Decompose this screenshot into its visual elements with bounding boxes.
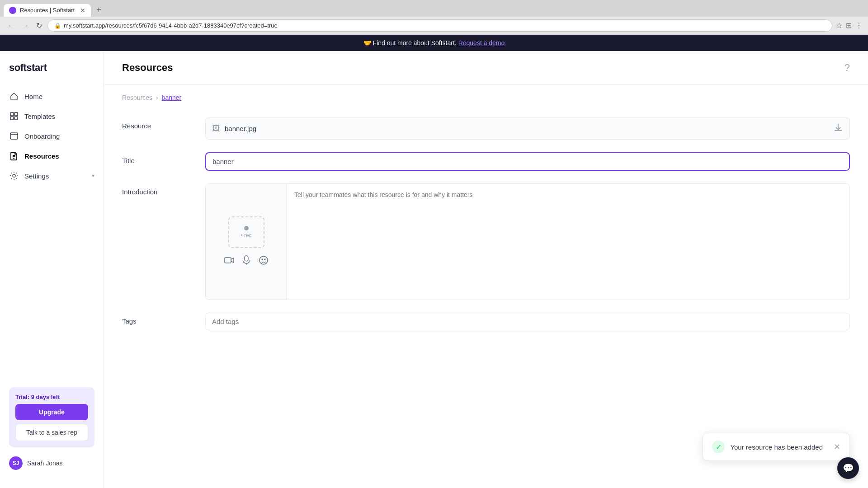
microphone-button[interactable] bbox=[241, 255, 251, 267]
home-icon bbox=[9, 91, 19, 101]
camera-button[interactable] bbox=[224, 255, 234, 267]
banner-emoji: 🤝 bbox=[363, 39, 371, 47]
face-button[interactable] bbox=[259, 255, 269, 267]
tab-title: Resources | Softstart bbox=[20, 7, 75, 14]
onboarding-label: Onboarding bbox=[24, 132, 60, 140]
lock-icon: 🔒 bbox=[54, 23, 61, 29]
title-label: Title bbox=[122, 152, 194, 164]
svg-rect-1 bbox=[14, 113, 18, 116]
svg-point-9 bbox=[262, 259, 263, 260]
svg-rect-7 bbox=[245, 256, 248, 261]
trial-text: Trial: 9 days left bbox=[15, 394, 88, 400]
title-row: Title bbox=[122, 152, 850, 171]
page-header: Resources ? bbox=[104, 51, 868, 85]
resource-field: 🖼 banner.jpg bbox=[205, 117, 850, 140]
rec-label: • rec bbox=[241, 232, 251, 239]
request-demo-link[interactable]: Request a demo bbox=[458, 39, 505, 47]
sidebar-item-home[interactable]: Home bbox=[0, 86, 104, 106]
tags-input[interactable] bbox=[205, 313, 850, 330]
svg-rect-4 bbox=[10, 133, 18, 139]
video-controls bbox=[224, 255, 269, 267]
browser-tab-active[interactable]: Resources | Softstart ✕ bbox=[4, 4, 91, 17]
breadcrumb-separator: › bbox=[156, 94, 158, 101]
banner-text: Find out more about Softstart. bbox=[373, 39, 457, 47]
intro-area: • rec bbox=[205, 183, 850, 300]
introduction-control: • rec bbox=[205, 183, 850, 300]
tags-control bbox=[205, 313, 850, 330]
svg-rect-3 bbox=[14, 117, 18, 120]
resource-control: 🖼 banner.jpg bbox=[205, 117, 850, 140]
logo-text: softstart bbox=[9, 62, 47, 73]
sidebar-bottom: Trial: 9 days left Upgrade Talk to a sal… bbox=[0, 380, 104, 477]
browser-tab-bar: Resources | Softstart ✕ + bbox=[0, 0, 868, 17]
toast-success-icon: ✓ bbox=[712, 441, 725, 453]
top-banner: 🤝 Find out more about Softstart. Request… bbox=[0, 35, 868, 51]
toast-message: Your resource has been added bbox=[730, 443, 823, 451]
browser-address-bar: ← → ↻ 🔒 my.softstart.app/resources/fc5f6… bbox=[0, 17, 868, 34]
rec-frame[interactable]: • rec bbox=[228, 216, 264, 248]
browser-chrome: Resources | Softstart ✕ + ← → ↻ 🔒 my.sof… bbox=[0, 0, 868, 35]
main-content: Resources ? Resources › banner Resource … bbox=[104, 51, 868, 488]
bookmark-button[interactable]: ☆ bbox=[836, 21, 842, 30]
resources-label: Resources bbox=[24, 152, 59, 160]
tab-close-button[interactable]: ✕ bbox=[80, 7, 85, 14]
svg-rect-2 bbox=[10, 117, 14, 120]
sidebar-item-resources[interactable]: Resources bbox=[0, 146, 104, 166]
avatar: SJ bbox=[9, 456, 23, 470]
browser-actions: ☆ ⊞ ⋮ bbox=[836, 21, 863, 30]
resource-row: Resource 🖼 banner.jpg bbox=[122, 117, 850, 140]
introduction-textarea[interactable] bbox=[294, 191, 842, 291]
url-text: my.softstart.app/resources/fc5f67d6-9414… bbox=[64, 22, 278, 29]
user-info: SJ Sarah Jonas bbox=[9, 453, 94, 470]
settings-chevron-icon: ▾ bbox=[92, 173, 94, 179]
back-button[interactable]: ← bbox=[5, 20, 16, 32]
settings-label: Settings bbox=[24, 172, 49, 180]
templates-icon bbox=[9, 111, 19, 121]
title-input[interactable] bbox=[205, 152, 850, 171]
svg-rect-6 bbox=[225, 258, 231, 263]
introduction-row: Introduction • rec bbox=[122, 183, 850, 300]
breadcrumb-current: banner bbox=[162, 94, 182, 101]
form-container: Resource 🖼 banner.jpg bbox=[104, 108, 868, 361]
chat-icon: 💬 bbox=[843, 463, 854, 474]
home-label: Home bbox=[24, 93, 42, 100]
rec-dot-icon bbox=[244, 226, 249, 230]
refresh-button[interactable]: ↻ bbox=[34, 19, 44, 32]
title-control bbox=[205, 152, 850, 171]
svg-rect-0 bbox=[10, 113, 14, 116]
download-button[interactable] bbox=[833, 122, 843, 135]
help-button[interactable]: ? bbox=[844, 62, 850, 74]
sidebar-item-settings[interactable]: Settings ▾ bbox=[0, 166, 104, 186]
onboarding-icon bbox=[9, 131, 19, 141]
sidebar-item-templates[interactable]: Templates bbox=[0, 106, 104, 126]
toast-notification: ✓ Your resource has been added ✕ bbox=[703, 433, 850, 461]
forward-button[interactable]: → bbox=[20, 20, 31, 32]
new-tab-button[interactable]: + bbox=[93, 4, 105, 17]
chat-widget-button[interactable]: 💬 bbox=[837, 457, 859, 479]
user-name: Sarah Jonas bbox=[27, 460, 63, 467]
upgrade-button[interactable]: Upgrade bbox=[15, 404, 88, 420]
sidebar-logo: softstart bbox=[0, 62, 104, 86]
tags-row: Tags bbox=[122, 313, 850, 330]
introduction-label: Introduction bbox=[122, 183, 194, 196]
tab-favicon bbox=[9, 7, 16, 14]
svg-point-10 bbox=[264, 259, 265, 260]
file-name: banner.jpg bbox=[225, 125, 829, 132]
sales-rep-button[interactable]: Talk to a sales rep bbox=[15, 424, 88, 441]
app-layout: softstart Home bbox=[0, 51, 868, 488]
sidebar-item-onboarding[interactable]: Onboarding bbox=[0, 126, 104, 146]
video-record-box: • rec bbox=[206, 184, 287, 300]
extensions-button[interactable]: ⊞ bbox=[846, 21, 852, 30]
settings-icon bbox=[9, 171, 19, 181]
tags-label: Tags bbox=[122, 313, 194, 325]
breadcrumb: Resources › banner bbox=[104, 85, 868, 108]
toast-close-button[interactable]: ✕ bbox=[834, 442, 840, 452]
file-icon: 🖼 bbox=[212, 124, 220, 133]
rec-button-area: • rec bbox=[228, 216, 264, 248]
breadcrumb-parent[interactable]: Resources bbox=[122, 94, 152, 101]
sidebar-nav: Home Templates bbox=[0, 86, 104, 380]
address-field[interactable]: 🔒 my.softstart.app/resources/fc5f67d6-94… bbox=[47, 19, 832, 32]
menu-button[interactable]: ⋮ bbox=[855, 21, 863, 30]
resources-icon bbox=[9, 151, 19, 161]
trial-box: Trial: 9 days left Upgrade Talk to a sal… bbox=[9, 387, 94, 447]
